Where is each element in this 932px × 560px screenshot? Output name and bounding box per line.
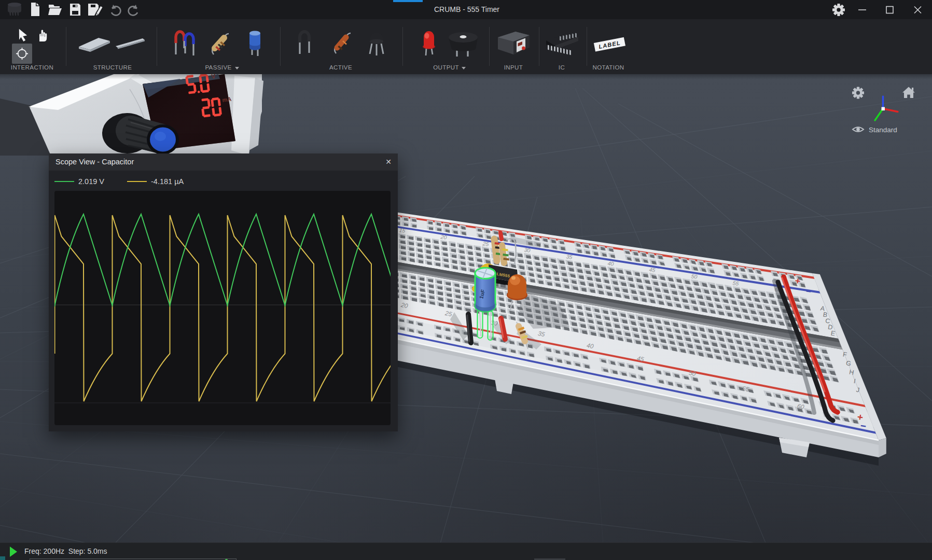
svg-text:15: 15 (399, 227, 406, 234)
svg-text:2.019 V: 2.019 V (78, 177, 104, 186)
svg-text:40: 40 (607, 260, 614, 267)
svg-text:20: 20 (400, 301, 409, 310)
svg-text:mA: mA (222, 96, 232, 103)
svg-text:25: 25 (482, 240, 489, 247)
svg-text:20: 20 (440, 233, 447, 241)
svg-text:45: 45 (649, 266, 656, 273)
svg-text:50: 50 (691, 273, 698, 280)
svg-text:25: 25 (444, 310, 453, 318)
svg-text:Standard: Standard (869, 126, 897, 134)
svg-text:35: 35 (566, 253, 573, 260)
svg-text:-4.181 µA: -4.181 µA (151, 177, 184, 186)
svg-text:30: 30 (524, 246, 531, 254)
svg-text:55: 55 (732, 279, 739, 287)
